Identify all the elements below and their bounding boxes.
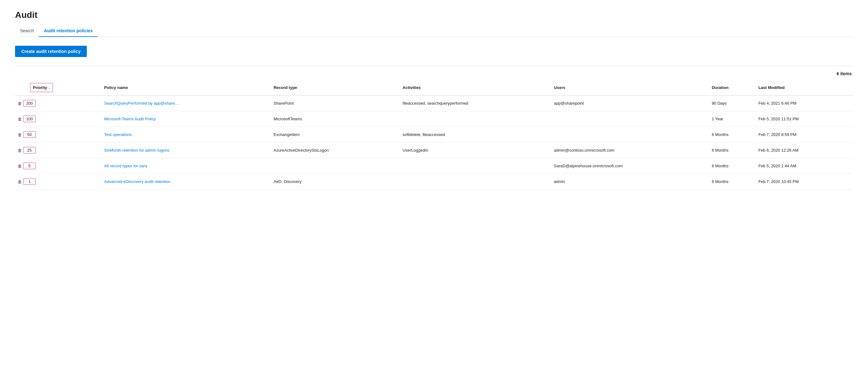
items-count: 6 items	[837, 71, 852, 76]
priority-value: 5	[23, 163, 36, 169]
last-modified-cell: Feb 6, 2020 12:26 AM	[756, 142, 853, 158]
priority-cell: 🗑100	[15, 111, 101, 127]
duration-cell: 6 Months	[709, 127, 756, 142]
users-cell: SaraD@alpinehouse.onmicrosoft.com	[552, 158, 709, 174]
record-type-cell: AeD, Discovery	[271, 174, 400, 190]
activities-cell	[400, 174, 552, 190]
priority-sort-arrow: ↓	[49, 86, 51, 90]
priority-value: 25	[23, 147, 36, 154]
duration-cell: 6 Months	[709, 142, 756, 158]
table-row: 🗑200SearchQueryPerformed by app@share...…	[15, 96, 853, 111]
duration-cell: 6 Months	[709, 158, 756, 174]
priority-cell: 🗑50	[15, 127, 101, 142]
duration-cell: 90 Days	[709, 96, 756, 111]
delete-icon[interactable]: 🗑	[18, 101, 22, 106]
policy-name-cell[interactable]: All record types for sara	[101, 158, 271, 174]
policy-name-cell[interactable]: SixMonth retention for admin logons	[101, 142, 271, 158]
duration-cell: 6 Months	[709, 174, 756, 190]
table-row: 🗑25SixMonth retention for admin logonsAz…	[15, 142, 853, 158]
delete-icon[interactable]: 🗑	[18, 164, 22, 168]
policy-name-cell[interactable]: Microsoft Teams Audit Policy	[101, 111, 271, 127]
users-cell: admin@contoso.onmicrosoft.com	[552, 142, 709, 158]
users-cell: app@sharepoint	[552, 96, 709, 111]
policy-name-cell[interactable]: SearchQueryPerformed by app@share...	[101, 96, 271, 111]
delete-icon[interactable]: 🗑	[18, 117, 22, 122]
users-cell: admin	[552, 174, 709, 190]
record-type-cell	[271, 158, 400, 174]
policy-name-cell[interactable]: Advanced eDiscovery audit retention	[101, 174, 271, 190]
priority-cell: 🗑5	[15, 158, 101, 174]
last-modified-cell: Feb 7, 2020 10:45 PM	[756, 174, 853, 190]
delete-icon[interactable]: 🗑	[18, 148, 22, 153]
table-row: 🗑50Test operationsExchangeItemsoftdelete…	[15, 127, 853, 142]
col-header-users[interactable]: Users	[552, 80, 709, 96]
tab-search[interactable]: Search	[15, 25, 39, 37]
page-title: Audit	[15, 10, 853, 20]
table-row: 🗑100Microsoft Teams Audit PolicyMicrosof…	[15, 111, 853, 127]
col-header-record-type[interactable]: Record type	[271, 80, 400, 96]
table-row: 🗑1Advanced eDiscovery audit retentionAeD…	[15, 174, 853, 190]
last-modified-cell: Feb 5, 2020 11:51 PM	[756, 111, 853, 127]
record-type-cell: MicrosoftTeams	[271, 111, 400, 127]
priority-cell: 🗑200	[15, 96, 101, 111]
activities-cell	[400, 111, 552, 127]
create-audit-retention-policy-button[interactable]: Create audit retention policy	[15, 46, 87, 57]
users-cell	[552, 111, 709, 127]
last-modified-cell: Feb 5, 2020 1:44 AM	[756, 158, 853, 174]
record-type-cell: ExchangeItem	[271, 127, 400, 142]
col-header-duration[interactable]: Duration	[709, 80, 756, 96]
record-type-cell: SharePoint	[271, 96, 400, 111]
col-header-priority[interactable]: Priority ↓	[15, 80, 101, 96]
last-modified-cell: Feb 4, 2021 6:46 PM	[756, 96, 853, 111]
delete-icon[interactable]: 🗑	[18, 132, 22, 137]
tab-audit-retention-policies[interactable]: Audit retention policies	[39, 25, 98, 37]
tab-bar: Search Audit retention policies	[15, 25, 853, 37]
priority-value: 200	[23, 100, 36, 106]
duration-cell: 1 Year	[709, 111, 756, 127]
activities-cell	[400, 158, 552, 174]
activities-cell: softdelete, fileaccessed	[400, 127, 552, 142]
table-row: 🗑5All record types for saraSaraD@alpineh…	[15, 158, 853, 174]
priority-value: 100	[23, 116, 36, 122]
priority-cell: 🗑25	[15, 142, 101, 158]
policy-name-cell[interactable]: Test operations	[101, 127, 271, 142]
col-header-last-modified[interactable]: Last Modified	[756, 80, 853, 96]
col-header-activities[interactable]: Activities	[400, 80, 552, 96]
users-cell	[552, 127, 709, 142]
audit-retention-table: Priority ↓ Policy name Record type Activ…	[15, 80, 853, 190]
activities-cell: UserLoggedIn	[400, 142, 552, 158]
priority-cell: 🗑1	[15, 174, 101, 190]
table-header-bar: 6 items	[15, 71, 853, 76]
record-type-cell: AzureActiveDirectoryStsLogon	[271, 142, 400, 158]
priority-value: 1	[23, 178, 36, 185]
activities-cell: fileaccessed, searchqueryperformed	[400, 96, 552, 111]
table-header-row: Priority ↓ Policy name Record type Activ…	[15, 80, 853, 96]
delete-icon[interactable]: 🗑	[18, 179, 22, 184]
last-modified-cell: Feb 7, 2020 8:59 PM	[756, 127, 853, 142]
priority-value: 50	[23, 131, 36, 138]
col-header-policy-name[interactable]: Policy name	[101, 80, 271, 96]
